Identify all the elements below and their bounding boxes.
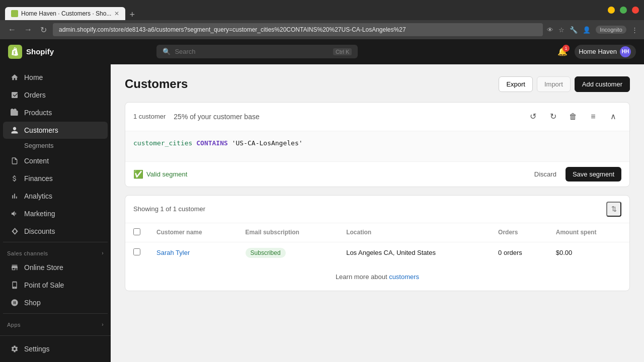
save-segment-button[interactable]: Save segment <box>566 167 621 182</box>
sidebar-item-customers-label: Customers <box>24 126 58 134</box>
valid-indicator: ✅ Valid segment <box>133 169 187 179</box>
analytics-icon <box>10 192 19 201</box>
table-head: Customer name Email subscription Locatio… <box>125 223 629 242</box>
sales-channels-section: Sales channels › <box>0 244 111 258</box>
sidebar-item-online-store[interactable]: Online Store <box>3 259 108 276</box>
sidebar-item-shop[interactable]: Shop <box>3 294 108 311</box>
back-button[interactable]: ← <box>6 23 18 36</box>
new-tab-button[interactable]: + <box>129 10 135 20</box>
sidebar-item-customers[interactable]: Customers <box>3 122 108 139</box>
sidebar-item-products[interactable]: Products <box>3 104 108 121</box>
reload-button[interactable]: ↻ <box>38 23 49 37</box>
sidebar-item-pos[interactable]: Point of Sale <box>3 277 108 294</box>
orders-icon <box>10 90 19 100</box>
apps-label: Apps <box>7 322 21 328</box>
sidebar-item-finances[interactable]: Finances <box>3 170 108 187</box>
address-bar[interactable] <box>53 23 543 36</box>
shopify-logo-text: Shopify <box>26 47 54 56</box>
sidebar-bottom: Settings <box>0 335 111 362</box>
sidebar-item-home-label: Home <box>24 73 43 81</box>
tab-favicon <box>11 10 18 17</box>
page-header: Customers Export Import Add customer <box>125 76 630 92</box>
redo-button[interactable]: ↻ <box>545 109 561 125</box>
sidebar-sub-item-segments[interactable]: Segments <box>3 139 108 152</box>
sales-channels-arrow-icon[interactable]: › <box>102 250 104 256</box>
sidebar-item-marketing[interactable]: Marketing <box>3 205 108 222</box>
close-button[interactable] <box>632 7 639 14</box>
sidebar-item-online-store-label: Online Store <box>24 263 63 272</box>
row-location-cell: Los Angeles CA, United States <box>338 242 490 263</box>
home-icon <box>10 73 19 82</box>
sidebar-sub-item-segments-label: Segments <box>24 142 54 149</box>
row-checkbox[interactable] <box>133 248 140 255</box>
sidebar-item-marketing-label: Marketing <box>24 210 55 218</box>
apps-arrow-icon[interactable]: › <box>102 322 104 327</box>
search-icon: 🔍 <box>163 48 171 55</box>
topbar: Shopify 🔍 Ctrl K 🔔 1 Home Haven HH <box>0 39 644 64</box>
search-input[interactable] <box>175 48 329 55</box>
delete-button[interactable]: 🗑 <box>565 109 581 125</box>
export-button[interactable]: Export <box>499 76 533 92</box>
row-orders-cell: 0 orders <box>490 242 548 263</box>
table-row: Sarah Tyler Subscribed Los Angeles CA, U… <box>125 242 629 263</box>
customers-icon <box>10 126 19 135</box>
sidebar-item-analytics[interactable]: Analytics <box>3 188 108 205</box>
select-all-checkbox[interactable] <box>133 228 140 235</box>
forward-button[interactable]: → <box>22 23 34 36</box>
menu-icon[interactable]: ⋮ <box>631 26 638 34</box>
discounts-icon <box>10 227 19 236</box>
customers-table: Customer name Email subscription Locatio… <box>125 223 629 263</box>
segment-customer-count: 1 customer <box>133 113 166 120</box>
active-tab[interactable]: Home Haven · Customers · Sho... ✕ <box>5 7 125 20</box>
extension-icon: 🔧 <box>570 26 578 34</box>
learn-more-text: Learn more about <box>336 273 389 281</box>
sidebar-item-pos-label: Point of Sale <box>24 281 64 289</box>
search-shortcut: Ctrl K <box>333 48 352 55</box>
table-header-row: Showing 1 of 1 customer ⇅ <box>125 196 629 223</box>
sort-button[interactable]: ⇅ <box>606 202 621 217</box>
learn-more-link[interactable]: customers <box>389 273 419 281</box>
undo-button[interactable]: ↺ <box>525 109 541 125</box>
maximize-button[interactable] <box>620 7 627 14</box>
sidebar-item-discounts[interactable]: Discounts <box>3 223 108 240</box>
valid-check-icon: ✅ <box>133 169 143 179</box>
import-button[interactable]: Import <box>537 76 571 92</box>
tab-close-button[interactable]: ✕ <box>114 10 119 17</box>
sidebar-item-shop-label: Shop <box>24 299 41 307</box>
col-customer-name: Customer name <box>148 223 237 242</box>
segment-query[interactable]: customer_cities CONTAINS 'US-CA-LosAngel… <box>125 131 629 161</box>
main-content: Customers Export Import Add customer 1 c… <box>111 64 644 362</box>
col-location: Location <box>338 223 490 242</box>
minimize-button[interactable] <box>608 7 615 14</box>
collapse-button[interactable]: ∧ <box>605 109 621 125</box>
notification-button[interactable]: 🔔 1 <box>557 47 568 56</box>
filter-button[interactable]: ≡ <box>585 109 601 125</box>
sidebar-item-home[interactable]: Home <box>3 69 108 86</box>
page-title: Customers <box>125 77 188 91</box>
browser-chrome: Home Haven · Customers · Sho... ✕ + <box>0 0 644 20</box>
shopify-logo-icon <box>8 45 22 59</box>
segment-actions: ↺ ↻ 🗑 ≡ ∧ <box>525 109 621 125</box>
sidebar-item-orders[interactable]: Orders <box>3 86 108 104</box>
query-keyword: customer_cities <box>133 139 192 147</box>
col-orders: Orders <box>490 223 548 242</box>
query-value: 'US-CA-LosAngeles' <box>232 139 303 147</box>
sidebar-item-settings[interactable]: Settings <box>3 340 108 357</box>
settings-icon <box>10 344 19 353</box>
sidebar: Home Orders Products <box>0 64 111 362</box>
sidebar-item-analytics-label: Analytics <box>24 192 52 200</box>
add-customer-button[interactable]: Add customer <box>575 76 630 92</box>
sidebar-item-settings-label: Settings <box>24 345 50 353</box>
customer-table-card: Showing 1 of 1 customer ⇅ Customer name … <box>125 195 630 291</box>
browser-toolbar: ← → ↻ 👁 ☆ 🔧 👤 Incognito ⋮ <box>0 20 644 39</box>
segment-card: 1 customer 25% of your customer base ↺ ↻… <box>125 102 630 187</box>
topbar-right: 🔔 1 Home Haven HH <box>557 45 636 59</box>
online-store-icon <box>10 263 19 272</box>
pos-icon <box>10 281 19 290</box>
discard-button[interactable]: Discard <box>529 167 561 182</box>
store-name: Home Haven <box>579 48 617 55</box>
sidebar-item-content[interactable]: Content <box>3 152 108 169</box>
store-button[interactable]: Home Haven HH <box>575 45 636 59</box>
search-bar[interactable]: 🔍 Ctrl K <box>156 45 358 58</box>
customer-name-link[interactable]: Sarah Tyler <box>156 249 190 256</box>
